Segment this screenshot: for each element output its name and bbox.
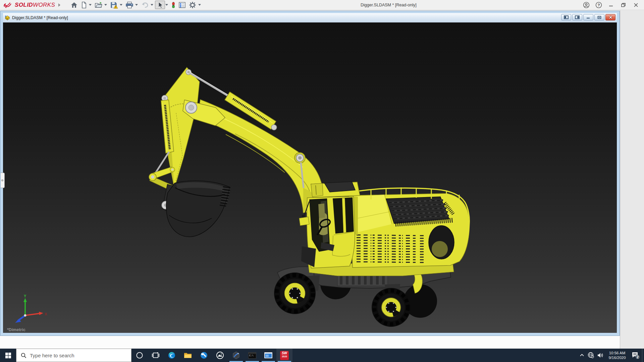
app-title-bar: SOLIDWORKS bbox=[0, 0, 644, 10]
taskbar-app-command-prompt[interactable]: C:\ bbox=[244, 349, 260, 362]
task-view-icon bbox=[152, 352, 159, 359]
undo-button[interactable] bbox=[140, 1, 150, 9]
taskbar-app-photos[interactable] bbox=[212, 349, 228, 362]
search-icon bbox=[21, 353, 26, 358]
print-dropdown-caret[interactable] bbox=[135, 4, 138, 6]
open-button[interactable] bbox=[93, 1, 104, 9]
notification-icon: 2 bbox=[631, 351, 640, 359]
view-orientation-label: *Dimetric bbox=[7, 327, 25, 332]
document-minimize-button[interactable] bbox=[583, 14, 593, 20]
cortana-icon bbox=[136, 352, 143, 359]
taskbar-app-admin-tools[interactable] bbox=[196, 349, 212, 362]
help-icon: ? bbox=[595, 2, 602, 8]
document-title: Digger.SLDASM * [Read-only] bbox=[12, 15, 68, 20]
front-wheel bbox=[274, 273, 316, 314]
taskbar-search[interactable] bbox=[16, 349, 131, 362]
minimize-icon bbox=[609, 3, 613, 7]
volume-button[interactable] bbox=[596, 349, 605, 362]
command-prompt-icon: C:\ bbox=[248, 352, 256, 359]
status-bar bbox=[0, 336, 620, 349]
document-title-bar[interactable]: Digger.SLDASM * [Read-only] bbox=[3, 13, 617, 22]
globe-network-icon bbox=[588, 352, 594, 359]
print-icon bbox=[125, 1, 133, 9]
clock-time: 10:56 AM bbox=[609, 351, 626, 355]
select-button[interactable] bbox=[155, 1, 165, 9]
save-icon bbox=[110, 1, 118, 9]
triad-x-label: X bbox=[45, 312, 47, 316]
document-minimize-icon bbox=[586, 16, 590, 19]
taskbar-clock[interactable]: 10:56 AM 9/16/2020 bbox=[605, 349, 629, 362]
rear-wheel bbox=[372, 288, 411, 327]
undo-dropdown-caret[interactable] bbox=[151, 4, 153, 6]
remote-desktop-icon bbox=[264, 352, 272, 358]
print-button[interactable] bbox=[124, 1, 135, 9]
taskbar-app-task-view[interactable] bbox=[148, 349, 164, 362]
new-document-icon bbox=[80, 1, 87, 9]
stoplight-icon bbox=[171, 1, 176, 9]
evaluate-list-button[interactable] bbox=[177, 1, 187, 9]
save-dropdown-caret[interactable] bbox=[120, 4, 122, 6]
excavator-model bbox=[3, 22, 617, 333]
pane-left-toggle-button[interactable] bbox=[561, 14, 571, 20]
file-explorer-icon bbox=[184, 352, 192, 359]
brand-text: SOLIDWORKS bbox=[15, 2, 55, 8]
wrench-tool-icon bbox=[200, 351, 208, 359]
open-icon bbox=[95, 1, 103, 9]
solidworks-logo: SOLIDWORKS bbox=[3, 0, 55, 10]
restore-icon bbox=[621, 3, 626, 7]
taskbar-app-cortana[interactable] bbox=[131, 349, 148, 362]
options-dropdown-caret[interactable] bbox=[198, 4, 201, 6]
stoplight-button[interactable] bbox=[170, 1, 177, 9]
account-icon bbox=[583, 2, 590, 8]
account-button[interactable] bbox=[580, 0, 592, 10]
taskbar-app-solidworks-2020[interactable]: SW 2020 bbox=[276, 349, 292, 362]
hexagon-3d-icon bbox=[232, 351, 240, 359]
document-close-button[interactable] bbox=[605, 14, 615, 20]
close-button[interactable] bbox=[630, 0, 642, 10]
restore-button[interactable] bbox=[617, 0, 630, 10]
taskbar-app-paint-3d[interactable] bbox=[228, 349, 244, 362]
pane-right-toggle-button[interactable] bbox=[572, 14, 582, 20]
select-arrow-icon bbox=[157, 1, 163, 9]
save-button[interactable] bbox=[109, 1, 119, 9]
action-center-button[interactable]: 2 bbox=[629, 349, 642, 362]
gear-icon bbox=[189, 1, 197, 9]
task-pane-collapsed[interactable] bbox=[620, 10, 644, 349]
new-document-button[interactable] bbox=[79, 1, 89, 9]
network-button[interactable] bbox=[586, 349, 596, 362]
edge-icon bbox=[168, 351, 176, 359]
system-tray: 10:56 AM 9/16/2020 2 bbox=[578, 349, 644, 362]
speaker-icon bbox=[597, 352, 604, 359]
search-input[interactable] bbox=[30, 353, 124, 358]
undo-icon bbox=[141, 1, 149, 9]
options-button[interactable] bbox=[187, 1, 198, 9]
app-window-controls: ? bbox=[580, 0, 642, 10]
document-window: Digger.SLDASM * [Read-only] bbox=[0, 11, 620, 336]
open-dropdown-caret[interactable] bbox=[104, 4, 107, 6]
taskbar-app-edge[interactable] bbox=[164, 349, 180, 362]
taskbar-app-file-explorer[interactable] bbox=[180, 349, 196, 362]
clock-date: 9/16/2020 bbox=[608, 356, 626, 360]
notification-badge: 2 bbox=[637, 355, 639, 359]
quick-access-toolbar bbox=[69, 0, 203, 10]
pane-right-icon bbox=[575, 15, 580, 19]
document-restore-icon bbox=[597, 16, 601, 19]
help-button[interactable]: ? bbox=[592, 0, 605, 10]
show-desktop-button[interactable] bbox=[642, 349, 644, 362]
minimize-button[interactable] bbox=[605, 0, 617, 10]
graphics-viewport[interactable]: Y X *Dimetric bbox=[3, 22, 617, 333]
select-dropdown-caret[interactable] bbox=[165, 4, 168, 6]
start-button[interactable] bbox=[0, 349, 16, 362]
document-restore-button[interactable] bbox=[594, 14, 604, 20]
excavator-bucket bbox=[166, 181, 230, 237]
window-title: Digger.SLDASM * [Read-only] bbox=[361, 0, 417, 10]
menu-expand-arrow[interactable] bbox=[58, 3, 60, 7]
tray-overflow-button[interactable] bbox=[578, 349, 586, 362]
taskbar-app-remote-desktop[interactable] bbox=[260, 349, 276, 362]
featuremanager-expand-tab[interactable] bbox=[1, 173, 5, 188]
home-button[interactable] bbox=[69, 1, 79, 9]
new-dropdown-caret[interactable] bbox=[89, 4, 92, 6]
orientation-triad: Y X bbox=[12, 295, 49, 325]
triad-y-label: Y bbox=[24, 295, 26, 298]
photos-icon bbox=[216, 351, 224, 359]
